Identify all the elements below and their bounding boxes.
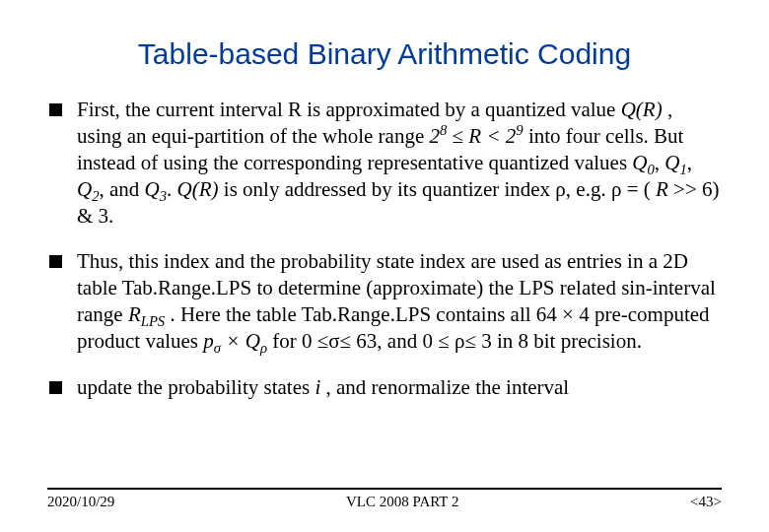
text: First, the current interval R is approxi… (77, 98, 621, 121)
bullet-3: update the probability states i , and re… (47, 374, 722, 401)
footer-rule (47, 488, 722, 490)
footer-date: 2020/10/29 (47, 494, 114, 510)
bullet-1: First, the current interval R is approxi… (47, 97, 722, 229)
footer: 2020/10/29 VLC 2008 PART 2 <43> (47, 488, 722, 510)
r-lps: R (128, 302, 141, 326)
q-of-r: Q(R) (177, 177, 219, 201)
i-var: i (315, 375, 320, 399)
footer-row: 2020/10/29 VLC 2008 PART 2 <43> (47, 494, 722, 510)
q: Q (77, 177, 92, 201)
text: , and renormalize the interval (326, 375, 570, 399)
text: for 0 ≤σ≤ 63, and 0 ≤ ρ≤ 3 in 8 bit prec… (272, 329, 642, 353)
exp-8: 8 (440, 122, 447, 138)
p-sigma: p (203, 329, 214, 353)
q-rho: Q (245, 329, 260, 353)
exp-9: 9 (516, 122, 523, 138)
lt: < (486, 124, 505, 148)
text: is only addressed by its quantizer index… (224, 177, 651, 201)
bullet-2: Thus, this index and the probability sta… (47, 248, 722, 355)
slide: Table-based Binary Arithmetic Coding Fir… (0, 0, 769, 532)
text: update the probability states (77, 375, 315, 399)
slide-title: Table-based Binary Arithmetic Coding (47, 37, 722, 71)
two: 2 (429, 124, 440, 148)
sub-lps: LPS (141, 313, 165, 329)
bullet-list: First, the current interval R is approxi… (47, 97, 722, 401)
comma: , (687, 151, 692, 174)
footer-title: VLC 2008 PART 2 (346, 494, 459, 510)
q-of-r: Q(R) (621, 98, 663, 121)
comma: , and (100, 177, 145, 201)
r-var: R (468, 124, 486, 148)
sub-rho: ρ (260, 340, 267, 356)
q: Q (664, 151, 679, 174)
mult: × (226, 329, 245, 353)
sub0: 0 (648, 162, 655, 177)
sub-sigma: σ (214, 340, 221, 356)
q: Q (145, 177, 160, 201)
footer-page: <43> (690, 494, 722, 510)
sub2: 2 (92, 188, 99, 204)
leq: ≤ (453, 124, 469, 148)
r-var: R (656, 177, 668, 201)
sub3: 3 (160, 188, 167, 204)
two: 2 (506, 124, 517, 148)
sub1: 1 (680, 162, 687, 177)
q: Q (632, 151, 647, 174)
dot: . (167, 177, 177, 201)
comma: , (655, 151, 665, 174)
